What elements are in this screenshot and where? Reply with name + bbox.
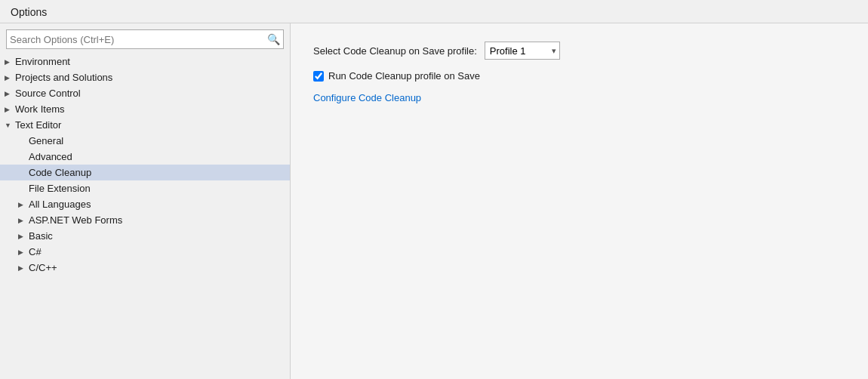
tree-arrow-environment: ▶	[5, 58, 15, 66]
tree-label-environment: Environment	[15, 56, 285, 67]
tree-item-advanced[interactable]: Advanced	[0, 149, 290, 165]
checkbox-label[interactable]: Run Code Cleanup profile on Save	[328, 70, 480, 82]
cleanup-checkbox[interactable]	[313, 71, 324, 82]
profile-label: Select Code Cleanup on Save profile:	[313, 45, 477, 57]
search-input[interactable]	[10, 34, 267, 45]
search-box[interactable]: 🔍	[6, 29, 284, 49]
tree-item-environment[interactable]: ▶Environment	[0, 54, 290, 69]
tree-item-csharp[interactable]: ▶C#	[0, 244, 290, 260]
tree-item-text-editor[interactable]: ▼Text Editor	[0, 117, 290, 133]
tree-label-work-items: Work Items	[15, 103, 285, 115]
tree-item-work-items[interactable]: ▶Work Items	[0, 101, 290, 117]
tree-item-all-languages[interactable]: ▶All Languages	[0, 196, 290, 212]
search-icon: 🔍	[267, 33, 280, 45]
tree-label-basic: Basic	[29, 230, 285, 242]
tree-arrow-text-editor: ▼	[5, 122, 15, 129]
tree-item-general[interactable]: General	[0, 133, 290, 149]
tree-arrow-all-languages: ▶	[18, 201, 29, 208]
tree-item-projects-and-solutions[interactable]: ▶Projects and Solutions	[0, 69, 290, 85]
options-dialog: Options 🔍 ▶Environment▶Projects and Solu…	[0, 0, 868, 379]
tree-label-text-editor: Text Editor	[15, 119, 285, 131]
tree-item-source-control[interactable]: ▶Source Control	[0, 85, 290, 101]
tree-arrow-basic: ▶	[18, 233, 29, 240]
tree-label-cpp: C/C++	[29, 262, 285, 273]
content-area: 🔍 ▶Environment▶Projects and Solutions▶So…	[0, 23, 868, 379]
tree-label-file-extension: File Extension	[29, 183, 285, 194]
profile-select[interactable]: Profile 1Profile 2	[485, 42, 560, 60]
right-panel: Select Code Cleanup on Save profile: Pro…	[291, 23, 868, 379]
tree-label-csharp: C#	[29, 246, 285, 257]
profile-row: Select Code Cleanup on Save profile: Pro…	[313, 42, 845, 60]
tree-label-source-control: Source Control	[15, 88, 285, 99]
tree-label-projects-and-solutions: Projects and Solutions	[15, 72, 285, 83]
tree-label-general: General	[29, 135, 285, 146]
tree-arrow-source-control: ▶	[5, 90, 15, 97]
tree-item-basic[interactable]: ▶Basic	[0, 228, 290, 244]
tree-label-aspnet-web-forms: ASP.NET Web Forms	[29, 214, 285, 226]
configure-link[interactable]: Configure Code Cleanup	[313, 92, 845, 103]
tree-arrow-aspnet-web-forms: ▶	[18, 217, 29, 224]
tree-item-file-extension[interactable]: File Extension	[0, 180, 290, 196]
checkbox-row: Run Code Cleanup profile on Save	[313, 70, 845, 82]
tree-item-aspnet-web-forms[interactable]: ▶ASP.NET Web Forms	[0, 212, 290, 228]
profile-select-wrapper[interactable]: Profile 1Profile 2	[485, 42, 560, 60]
tree-arrow-projects-and-solutions: ▶	[5, 74, 15, 82]
left-panel: 🔍 ▶Environment▶Projects and Solutions▶So…	[0, 23, 291, 379]
tree-arrow-work-items: ▶	[5, 106, 15, 113]
tree-label-all-languages: All Languages	[29, 199, 285, 210]
dialog-title: Options	[0, 0, 868, 23]
tree-arrow-csharp: ▶	[18, 248, 29, 256]
tree-item-code-cleanup[interactable]: Code Cleanup	[0, 165, 290, 180]
tree-item-cpp[interactable]: ▶C/C++	[0, 260, 290, 276]
tree-label-advanced: Advanced	[29, 151, 285, 162]
tree: ▶Environment▶Projects and Solutions▶Sour…	[0, 52, 290, 379]
tree-arrow-cpp: ▶	[18, 264, 29, 272]
tree-label-code-cleanup: Code Cleanup	[29, 167, 285, 178]
